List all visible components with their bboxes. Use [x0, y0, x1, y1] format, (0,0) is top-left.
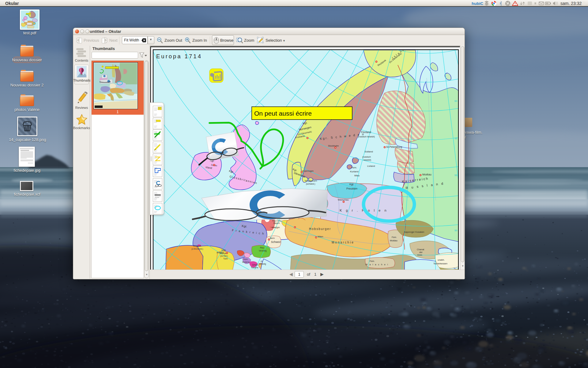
- svg-text:Bern: Bern: [270, 237, 275, 240]
- svg-text:Venedig: Venedig: [259, 250, 266, 252]
- svg-text:55: 55: [454, 137, 457, 140]
- svg-text:(russisch besetzt): (russisch besetzt): [358, 136, 375, 138]
- svg-text:Venedig: Venedig: [259, 263, 266, 265]
- svg-text:(zu Öst.): (zu Öst.): [220, 255, 228, 257]
- svg-text:60: 60: [454, 100, 457, 102]
- svg-text:St.Petersburg: St.Petersburg: [386, 145, 402, 148]
- svg-text:Andorra: Andorra: [217, 251, 224, 254]
- svg-text:Estland: Estland: [365, 150, 373, 153]
- svg-text:Preussen: Preussen: [346, 187, 357, 190]
- svg-text:besetzt): besetzt): [364, 159, 371, 161]
- svg-text:Stockholm: Stockholm: [328, 144, 339, 147]
- svg-text:Bayern: Bayern: [273, 222, 280, 224]
- svg-text:unabh.: unabh.: [438, 259, 445, 261]
- svg-text:Warschau: Warschau: [338, 198, 349, 201]
- svg-text:55: 55: [454, 174, 457, 177]
- svg-text:Kurland: Kurland: [350, 170, 359, 173]
- svg-text:Livland: Livland: [367, 165, 375, 167]
- svg-text:Hobsburger: Hobsburger: [309, 227, 331, 231]
- svg-text:Turin: Turin: [223, 258, 228, 260]
- svg-text:Krim: Krim: [417, 254, 422, 256]
- svg-text:(russisch: (russisch: [362, 156, 371, 158]
- svg-text:Kgr.: Kgr.: [349, 183, 354, 186]
- svg-text:50: 50: [454, 229, 457, 232]
- svg-text:Finnland: Finnland: [361, 131, 371, 134]
- svg-text:Hzm.: Hzm.: [221, 249, 226, 251]
- svg-text:Vorpommern: Vorpommern: [305, 180, 317, 182]
- svg-text:Modena: Modena: [242, 261, 250, 263]
- svg-text:(z.Kirchenst.): (z.Kirchenst.): [191, 248, 203, 250]
- svg-text:Hzm.: Hzm.: [243, 258, 248, 260]
- svg-text:Regensburg: Regensburg: [272, 220, 281, 222]
- svg-text:Fsm.: Fsm.: [392, 236, 397, 239]
- svg-text:Wien: Wien: [318, 235, 323, 238]
- svg-text:Tscherkessen: Tscherkessen: [433, 262, 447, 265]
- svg-text:On peut aussi écrire: On peut aussi écrire: [254, 110, 312, 117]
- svg-text:Monarchie: Monarchie: [332, 241, 354, 244]
- svg-text:Rep.: Rep.: [260, 247, 265, 249]
- svg-text:W a l a c h e i: W a l a c h e i: [365, 263, 388, 266]
- svg-text:Moldau: Moldau: [390, 239, 398, 242]
- svg-text:Fsm.: Fsm.: [370, 260, 375, 263]
- svg-text:Europa 1714: Europa 1714: [156, 53, 202, 59]
- svg-text:zu: zu: [261, 260, 263, 262]
- svg-text:der: der: [419, 251, 423, 254]
- svg-text:Grhzm.: Grhzm.: [252, 264, 259, 266]
- svg-text:Toskana: Toskana: [251, 266, 258, 269]
- svg-text:(schwed.): (schwed.): [306, 183, 315, 185]
- svg-text:Kgr.: Kgr.: [242, 224, 247, 228]
- svg-text:Saporoger Kosaken: Saporoger Kosaken: [404, 231, 424, 233]
- svg-text:Mitau: Mitau: [354, 174, 360, 177]
- svg-text:Hzm.: Hzm.: [351, 166, 357, 169]
- svg-text:München: München: [272, 226, 280, 228]
- svg-text:Moskau: Moskau: [422, 173, 432, 176]
- svg-text:Schweiz: Schweiz: [271, 240, 281, 243]
- svg-text:Kopenhagen: Kopenhagen: [302, 170, 314, 172]
- svg-text:Avignon: Avignon: [193, 245, 201, 247]
- svg-text:Chanat: Chanat: [417, 248, 424, 251]
